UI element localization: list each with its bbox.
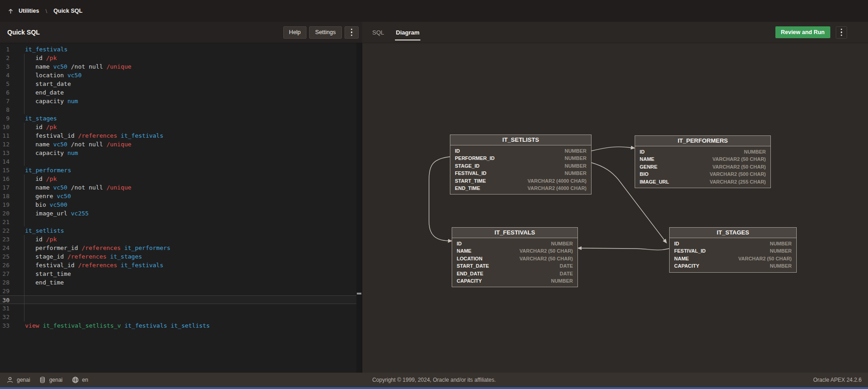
- code-text: capacity num: [15, 150, 78, 156]
- code-line-9[interactable]: 9it_stages: [0, 114, 356, 123]
- column-type: DATE: [560, 270, 573, 277]
- code-text: name vc50 /not null /unique: [15, 141, 131, 148]
- code-line-28[interactable]: 28end_time: [0, 278, 356, 287]
- column-row: IDNUMBER: [670, 240, 796, 247]
- indent-guide: [24, 88, 25, 97]
- column-type: NUMBER: [770, 262, 792, 269]
- output-panel: SQL Diagram Review and Run IT_SETLISTSID…: [362, 22, 868, 373]
- code-line-19[interactable]: 19bio vc500: [0, 200, 356, 209]
- code-line-13[interactable]: 13capacity num: [0, 149, 356, 157]
- kebab-menu-icon: [351, 29, 353, 36]
- code-line-8[interactable]: 8: [0, 105, 356, 114]
- code-line-17[interactable]: 17name vc50 /not null /unique: [0, 183, 356, 192]
- code-text: name vc50 /not null /unique: [15, 184, 131, 191]
- code-line-7[interactable]: 7capacity num: [0, 97, 356, 105]
- line-number: 26: [0, 261, 15, 269]
- code-line-24[interactable]: 24performer_id /references it_performers: [0, 244, 356, 252]
- nav-up-icon[interactable]: [7, 8, 14, 15]
- code-line-6[interactable]: 6end_date: [0, 88, 356, 97]
- code-editor[interactable]: 1it_festivals2id /pk3name vc50 /not null…: [0, 43, 356, 373]
- code-line-11[interactable]: 11festival_id /references it_festivals: [0, 131, 356, 140]
- line-number: 16: [0, 175, 15, 183]
- footer-schema[interactable]: genai: [39, 376, 62, 384]
- code-line-10[interactable]: 10id /pk: [0, 123, 356, 131]
- editor-menu-button[interactable]: [345, 26, 359, 39]
- code-text: it_performers: [15, 167, 71, 174]
- line-number: 25: [0, 252, 15, 261]
- code-line-30[interactable]: 30: [0, 295, 356, 304]
- code-line-32[interactable]: 32: [0, 313, 356, 321]
- code-line-1[interactable]: 1it_festivals: [0, 45, 356, 54]
- tab-sql[interactable]: SQL: [371, 22, 385, 43]
- code-line-14[interactable]: 14: [0, 157, 356, 166]
- code-line-2[interactable]: 2id /pk: [0, 54, 356, 62]
- column-name: ID: [455, 147, 460, 155]
- indent-guide: [24, 123, 25, 131]
- tab-diagram[interactable]: Diagram: [395, 22, 420, 43]
- quick-sql-header: Quick SQL Help Settings: [0, 22, 362, 43]
- code-text: bio vc500: [15, 201, 67, 208]
- line-number: 17: [0, 183, 15, 192]
- diagram-table-it_stages[interactable]: IT_STAGESIDNUMBERFESTIVAL_IDNUMBERNAMEVA…: [669, 227, 797, 273]
- column-type: DATE: [560, 262, 573, 269]
- code-line-23[interactable]: 23id /pk: [0, 235, 356, 244]
- review-and-run-button[interactable]: Review and Run: [775, 26, 830, 38]
- indent-guide: [24, 97, 25, 105]
- code-text: it_festivals: [15, 46, 68, 53]
- settings-button[interactable]: Settings: [309, 26, 341, 39]
- editor-wrap: 1it_festivals2id /pk3name vc50 /not null…: [0, 43, 362, 373]
- indent-guide: [24, 157, 25, 166]
- code-line-15[interactable]: 15it_performers: [0, 166, 356, 175]
- code-line-3[interactable]: 3name vc50 /not null /unique: [0, 62, 356, 71]
- code-text: [15, 106, 25, 113]
- table-title: IT_PERFORMERS: [635, 136, 770, 146]
- line-number: 6: [0, 88, 15, 97]
- code-line-20[interactable]: 20image_url vc255: [0, 209, 356, 218]
- breadcrumb-item-utilities[interactable]: Utilities: [19, 8, 39, 14]
- output-tabs-header: SQL Diagram Review and Run: [362, 22, 868, 43]
- column-type: VARCHAR2 (50 CHAR): [712, 155, 766, 163]
- line-number: 2: [0, 54, 15, 62]
- code-text: end_time: [15, 279, 64, 286]
- code-text: [15, 158, 25, 165]
- column-name: END_DATE: [457, 270, 483, 277]
- code-text: id /pk: [15, 55, 57, 61]
- diagram-table-it_festivals[interactable]: IT_FESTIVALSIDNUMBERNAMEVARCHAR2 (50 CHA…: [452, 227, 578, 287]
- copyright-text: Copyright © 1999, 2024, Oracle and/or it…: [0, 377, 868, 383]
- editor-scrollbar[interactable]: [356, 43, 362, 373]
- code-line-16[interactable]: 16id /pk: [0, 175, 356, 183]
- column-type: NUMBER: [770, 247, 792, 254]
- line-number: 33: [0, 321, 15, 330]
- column-type: NUMBER: [770, 240, 792, 247]
- diagram-table-it_setlists[interactable]: IT_SETLISTSIDNUMBERPERFORMER_IDNUMBERSTA…: [450, 135, 592, 194]
- code-line-5[interactable]: 5start_date: [0, 80, 356, 88]
- quick-sql-panel: Quick SQL Help Settings 1it_festivals2id…: [0, 22, 362, 373]
- footer-language[interactable]: en: [72, 376, 88, 384]
- code-line-26[interactable]: 26festival_id /references it_festivals: [0, 261, 356, 269]
- diagram-table-it_performers[interactable]: IT_PERFORMERSIDNUMBERNAMEVARCHAR2 (50 CH…: [635, 135, 771, 188]
- code-line-22[interactable]: 22it_setlists: [0, 226, 356, 235]
- code-line-27[interactable]: 27start_time: [0, 269, 356, 278]
- column-name: BIO: [640, 170, 649, 178]
- code-line-21[interactable]: 21: [0, 218, 356, 226]
- column-type: NUMBER: [551, 240, 573, 247]
- column-row: START_TIMEVARCHAR2 (4000 CHAR): [450, 177, 591, 185]
- line-number: 7: [0, 97, 15, 105]
- code-line-18[interactable]: 18genre vc50: [0, 192, 356, 200]
- code-line-31[interactable]: 31: [0, 304, 356, 313]
- column-row: END_DATEDATE: [452, 270, 577, 277]
- code-line-25[interactable]: 25stage_id /references it_stages: [0, 252, 356, 261]
- indent-guide: [24, 313, 25, 321]
- column-type: NUMBER: [565, 155, 587, 162]
- code-line-4[interactable]: 4location vc50: [0, 71, 356, 80]
- code-line-33[interactable]: 33view it_festival_setlists_v it_festiva…: [0, 321, 356, 330]
- footer-user[interactable]: genai: [6, 376, 30, 384]
- column-row: IMAGE_URLVARCHAR2 (255 CHAR): [635, 178, 770, 185]
- code-text: location vc50: [15, 72, 82, 79]
- diagram-menu-button[interactable]: [836, 26, 848, 39]
- code-line-29[interactable]: 29: [0, 287, 356, 295]
- help-button[interactable]: Help: [283, 26, 307, 39]
- code-line-12[interactable]: 12name vc50 /not null /unique: [0, 140, 356, 149]
- code-text: it_setlists: [15, 227, 64, 234]
- indent-guide: [24, 269, 25, 278]
